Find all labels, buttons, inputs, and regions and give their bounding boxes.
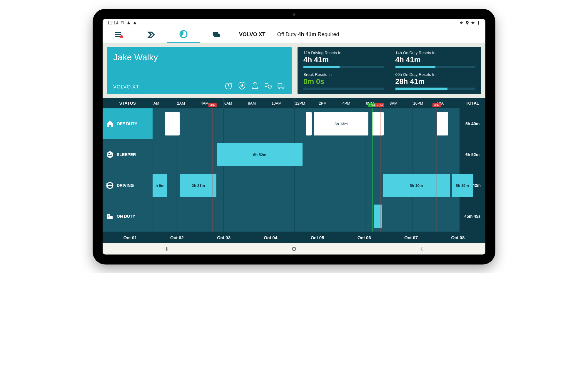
segment[interactable] — [437, 112, 448, 135]
hour-tick: 2PM — [318, 98, 341, 108]
nav-recents-icon[interactable] — [163, 246, 169, 252]
segment[interactable] — [374, 205, 382, 228]
svg-point-14 — [279, 88, 280, 89]
date-cell[interactable]: Oct 04 — [247, 235, 294, 240]
date-cell[interactable]: Oct 03 — [201, 235, 247, 240]
driver-card[interactable]: Jake Walky VOLVO XT — [107, 47, 292, 94]
svg-rect-6 — [214, 34, 220, 37]
tab-hours[interactable] — [167, 26, 200, 43]
driver-vehicle: VOLVO XT — [113, 84, 139, 90]
mute-icon — [460, 21, 464, 25]
hos-gantt: STATUS AM2AM4AM6AM8AM10AM12PM2PM4PM6PM8P… — [103, 98, 485, 243]
tab-engine[interactable] — [135, 26, 167, 43]
segment[interactable]: 6h 52m — [217, 143, 302, 166]
nav-back-icon[interactable] — [419, 246, 425, 252]
svg-rect-25 — [109, 215, 109, 216]
home-icon — [106, 120, 114, 128]
date-row[interactable]: Oct 01Oct 02Oct 03Oct 04Oct 05Oct 06Oct … — [103, 232, 485, 243]
hour-tick: 4AM — [200, 98, 223, 108]
total-off-duty: 5h 40m — [460, 108, 485, 139]
lane-sleeper[interactable]: 6h 52m — [153, 139, 460, 170]
camera-dot — [293, 13, 295, 16]
svg-rect-22 — [107, 214, 110, 219]
date-cell[interactable]: Oct 07 — [388, 235, 435, 240]
segment[interactable] — [165, 112, 180, 135]
cart-icon[interactable] — [276, 81, 285, 90]
hour-tick: 8AM — [247, 98, 270, 108]
svg-rect-26 — [108, 216, 108, 217]
tab-messages[interactable] — [200, 26, 232, 43]
reset-onduty14[interactable]: 14h On Duty Resets In 4h 41m — [395, 51, 476, 68]
screen: 11:14 — [103, 19, 485, 255]
wifi-icon — [471, 21, 475, 25]
svg-rect-16 — [109, 125, 111, 127]
date-cell[interactable]: Oct 06 — [341, 235, 387, 240]
row-label-off-duty[interactable]: OFF DUTY — [103, 108, 153, 139]
gantt-body[interactable]: OFF DUTYZzSLEEPERDRIVINGON DUTY 3h 13m6h… — [103, 108, 485, 232]
svg-point-15 — [283, 88, 284, 89]
hotspot-icon — [120, 21, 125, 25]
svg-rect-23 — [110, 216, 113, 219]
svg-point-12 — [268, 85, 271, 88]
notif-icon-2 — [133, 21, 137, 25]
nav-home-icon[interactable] — [291, 246, 297, 252]
row-label-sleeper[interactable]: ZzSLEEPER — [103, 139, 153, 170]
hour-tick: 6PM — [365, 98, 389, 108]
total-on-duty: 45m 45s — [460, 201, 485, 232]
driver-action-row — [225, 81, 285, 90]
segment[interactable]: 5h 10m — [383, 174, 450, 197]
wheel-icon — [106, 182, 114, 189]
hours-header: AM2AM4AM6AM8AM10AM12PM2PM4PM6PM8PM10PM12… — [153, 98, 460, 108]
hour-tick: 12PM — [294, 98, 318, 108]
header-duty-status: Off Duty 4h 41m Required — [277, 31, 339, 38]
hour-tick: 2AM — [176, 98, 200, 108]
segment[interactable]: 5h 19m — [452, 174, 473, 197]
svg-rect-31 — [293, 247, 295, 250]
clock-plus-icon[interactable] — [225, 81, 233, 90]
status-time: 11:14 — [107, 20, 118, 25]
segment[interactable]: 3h 13m — [314, 112, 368, 135]
driver-name: Jake Walky — [113, 52, 285, 62]
reset-break[interactable]: Break Resets In 0m 0s — [303, 72, 384, 90]
upload-icon[interactable] — [250, 81, 259, 90]
reset-onduty60[interactable]: 60h On Duty Resets In 28h 41m — [395, 72, 476, 90]
svg-rect-24 — [108, 215, 108, 216]
bar-onduty14 — [395, 66, 435, 68]
building-icon — [106, 212, 114, 220]
lane-off-duty[interactable]: 3h 13m — [153, 108, 460, 139]
bar-onduty60 — [395, 88, 447, 90]
row-label-driving[interactable]: DRIVING — [103, 170, 153, 201]
lane-on-duty[interactable] — [153, 201, 460, 232]
svg-rect-27 — [109, 216, 109, 217]
row-label-on-duty[interactable]: ON DUTY — [103, 201, 153, 232]
android-status-bar: 11:14 — [103, 19, 485, 26]
reset-driving[interactable]: 11h Driving Resets In 4h 41m — [303, 51, 384, 68]
shield-icon[interactable] — [238, 81, 246, 90]
resets-card: 11h Driving Resets In 4h 41m 14h On Duty… — [298, 47, 481, 94]
segment[interactable]: 2h 21m — [180, 174, 216, 197]
lane-driving[interactable]: h 9m2h 21m5h 10m5h 19m — [153, 170, 460, 201]
status-header: STATUS — [103, 98, 153, 108]
date-cell[interactable]: Oct 08 — [435, 235, 481, 240]
time-header: STATUS AM2AM4AM6AM8AM10AM12PM2PM4PM6PM8P… — [103, 98, 485, 108]
tablet-frame: 11:14 — [93, 9, 495, 264]
segment[interactable] — [306, 112, 312, 135]
gantt-lanes[interactable]: 3h 13m6h 52mh 9m2h 21m5h 10m5h 19m70H10H… — [153, 108, 460, 232]
hour-tick: 4PM — [342, 98, 365, 108]
date-cell[interactable]: Oct 02 — [153, 235, 200, 240]
notif-icon-1 — [126, 21, 131, 25]
list-refresh-icon[interactable] — [263, 81, 272, 90]
date-cell[interactable]: Oct 01 — [107, 235, 153, 240]
hour-tick: 6AM — [223, 98, 247, 108]
hour-tick: 10PM — [412, 98, 436, 108]
segment[interactable]: h 9m — [153, 174, 167, 197]
hour-tick: 10AM — [271, 98, 294, 108]
row-labels: OFF DUTYZzSLEEPERDRIVINGON DUTY — [103, 108, 153, 232]
tab-menu[interactable] — [103, 26, 135, 43]
svg-rect-13 — [278, 83, 282, 87]
total-header: TOTAL — [460, 98, 485, 108]
total-sleeper: 6h 52m — [460, 139, 485, 170]
android-nav-bar — [103, 243, 485, 255]
date-cell[interactable]: Oct 05 — [294, 235, 341, 240]
segment[interactable] — [372, 112, 384, 135]
